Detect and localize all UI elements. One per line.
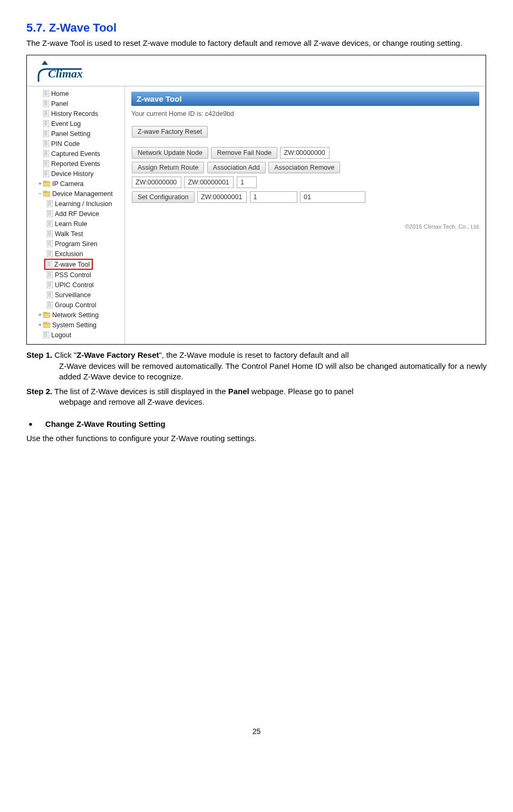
step-1: Step 1. Click "Z-Wave Factory Reset", th… bbox=[26, 350, 487, 382]
nav-sub-item[interactable]: UPIC Control bbox=[27, 280, 124, 290]
assign-return-route-button[interactable]: Assign Return Route bbox=[132, 162, 204, 173]
svg-rect-25 bbox=[43, 312, 46, 314]
nav-logout[interactable]: Logout bbox=[27, 330, 124, 340]
page-icon bbox=[43, 100, 49, 107]
page-icon bbox=[43, 140, 49, 147]
plus-icon[interactable]: + bbox=[37, 322, 43, 328]
step-2-body: webpage and remove all Z-wave devices. bbox=[59, 397, 487, 407]
nav-sub-item[interactable]: Learn Rule bbox=[27, 219, 124, 229]
set-configuration-button[interactable]: Set Configuration bbox=[132, 191, 195, 203]
config-input-3[interactable]: 01 bbox=[300, 191, 365, 203]
nav-label: Reported Events bbox=[51, 160, 100, 168]
nav-item[interactable]: Event Log bbox=[27, 119, 124, 129]
page-icon bbox=[47, 281, 53, 288]
logo-text: Climax bbox=[48, 67, 83, 81]
sub-heading-text: Change Z-Wave Routing Setting bbox=[45, 419, 166, 428]
assoc-input-3[interactable]: 1 bbox=[237, 177, 257, 188]
nav-label: Program Siren bbox=[55, 240, 98, 248]
nav-label: Network Setting bbox=[52, 311, 99, 319]
nav-sub-item[interactable]: Surveillance bbox=[27, 290, 124, 300]
association-add-button[interactable]: Association Add bbox=[207, 162, 266, 173]
nav-label: Event Log bbox=[51, 120, 81, 128]
content-pane: Z-wave Tool Your current Home ID is: c42… bbox=[125, 86, 486, 345]
nav-zwave-tool-highlight[interactable]: Z-wave Tool bbox=[44, 259, 93, 270]
nav-label: Device History bbox=[51, 170, 94, 178]
nav-label: Panel Setting bbox=[51, 130, 90, 138]
assoc-input-2[interactable]: ZW:00000001 bbox=[184, 177, 234, 188]
nav-sub-item[interactable]: Walk Test bbox=[27, 229, 124, 239]
step-2: Step 2. The list of Z-Wave devices is st… bbox=[26, 386, 487, 408]
nav-item[interactable]: Home bbox=[27, 89, 124, 99]
config-input-1[interactable]: ZW:00000001 bbox=[197, 191, 247, 203]
folder-icon bbox=[43, 322, 50, 328]
nav-sub-item[interactable]: Add RF Device bbox=[27, 209, 124, 219]
page-icon bbox=[43, 150, 49, 157]
step-1-label: Step 1. bbox=[26, 350, 52, 359]
sub-heading: ● Change Z-Wave Routing Setting bbox=[26, 419, 487, 428]
nav-item[interactable]: Captured Events bbox=[27, 149, 124, 159]
nav-label: Surveillance bbox=[55, 291, 91, 299]
remove-fail-node-button[interactable]: Remove Fail Node bbox=[211, 147, 277, 159]
nav-label: History Records bbox=[51, 110, 98, 118]
page-icon bbox=[46, 261, 52, 268]
page-icon bbox=[43, 130, 49, 137]
plus-icon[interactable]: + bbox=[37, 312, 43, 318]
nav-item[interactable]: History Records bbox=[27, 109, 124, 119]
page-icon bbox=[43, 331, 49, 338]
step-1-body: Z-Wave devices will be removed automatic… bbox=[59, 361, 487, 383]
page-icon bbox=[47, 291, 53, 298]
factory-reset-button[interactable]: Z-wave Factory Reset bbox=[132, 126, 208, 138]
nav-ip-camera[interactable]: + IP Camera bbox=[27, 179, 124, 189]
sub-text: Use the other functions to configure you… bbox=[26, 434, 487, 443]
svg-rect-27 bbox=[43, 322, 46, 324]
page-icon bbox=[43, 110, 49, 117]
nav-device-mgmt[interactable]: − Device Management bbox=[27, 189, 124, 199]
nav-label: Learning / Inclusion bbox=[55, 200, 112, 208]
nav-sub-item[interactable]: Program Siren bbox=[27, 239, 124, 249]
nav-network[interactable]: + Network Setting bbox=[27, 310, 124, 320]
nav-label: PSS Control bbox=[55, 271, 91, 279]
association-remove-button[interactable]: Association Remove bbox=[268, 162, 340, 173]
section-title: 5.7. Z-Wave Tool bbox=[26, 21, 487, 35]
nav-sub-item[interactable]: Exclusion bbox=[27, 249, 124, 259]
config-input-2[interactable]: 1 bbox=[250, 191, 297, 203]
copyright-text: ©2016 Climax Tech. Co., Ltd. bbox=[405, 223, 480, 230]
step-2-post-inline: webpage. Please go to panel bbox=[249, 387, 354, 396]
step-2-pre: The list of Z-Wave devices is still disp… bbox=[52, 387, 228, 396]
nav-label: PIN Code bbox=[51, 140, 80, 148]
nav-system[interactable]: + System Setting bbox=[27, 320, 124, 330]
page-number: 25 bbox=[26, 727, 487, 736]
nav-item[interactable]: Panel Setting bbox=[27, 129, 124, 139]
page-icon bbox=[47, 210, 53, 217]
assoc-input-1[interactable]: ZW:00000000 bbox=[132, 177, 181, 188]
page-icon bbox=[43, 170, 49, 177]
nav-item[interactable]: PIN Code bbox=[27, 139, 124, 149]
tool-title: Z-wave Tool bbox=[131, 92, 479, 106]
nav-sub-item[interactable]: Group Control bbox=[27, 300, 124, 310]
step-2-label: Step 2. bbox=[26, 387, 52, 396]
nav-label: Learn Rule bbox=[55, 220, 87, 228]
nav-label: UPIC Control bbox=[55, 281, 94, 289]
nav-item[interactable]: Device History bbox=[27, 169, 124, 179]
home-id-text: Your current Home ID is: c42de9bd bbox=[131, 110, 479, 118]
nav-label: Add RF Device bbox=[55, 210, 99, 218]
page-icon bbox=[43, 90, 49, 97]
nav-tree: HomePanelHistory RecordsEvent LogPanel S… bbox=[27, 86, 125, 345]
step-1-pre: Click " bbox=[52, 350, 76, 359]
nav-label: Exclusion bbox=[55, 250, 83, 258]
plus-icon[interactable]: + bbox=[37, 181, 43, 187]
nav-label: Panel bbox=[51, 100, 68, 107]
page-icon bbox=[43, 160, 49, 167]
nav-item[interactable]: Panel bbox=[27, 99, 124, 109]
screenshot: Climax HomePanelHistory RecordsEvent Log… bbox=[26, 55, 486, 345]
nav-label: Home bbox=[51, 90, 69, 97]
nav-sub-item[interactable]: Learning / Inclusion bbox=[27, 199, 124, 209]
minus-icon[interactable]: − bbox=[37, 191, 43, 197]
folder-icon bbox=[43, 312, 50, 318]
nav-sub-item[interactable]: PSS Control bbox=[27, 270, 124, 280]
network-update-node-button[interactable]: Network Update Node bbox=[132, 147, 208, 159]
node-id-input[interactable]: ZW:00000000 bbox=[280, 147, 330, 159]
nav-item[interactable]: Reported Events bbox=[27, 159, 124, 169]
page-icon bbox=[47, 230, 53, 237]
step-1-post-inline: ", the Z-Wave module is reset to factory… bbox=[159, 350, 349, 359]
